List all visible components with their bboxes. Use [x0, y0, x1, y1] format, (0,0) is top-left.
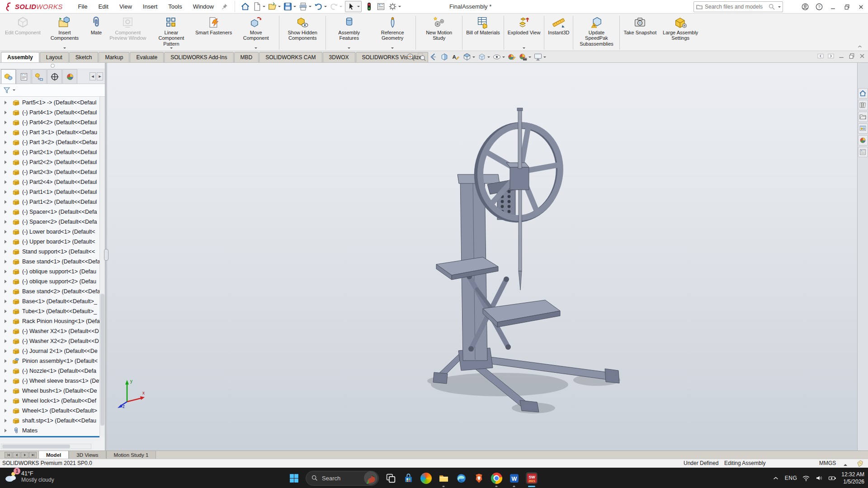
edit-appearance-button[interactable] [506, 52, 517, 62]
panel-tab-displaymanager[interactable] [62, 69, 77, 84]
tray-chevron-up-icon[interactable] [772, 474, 780, 482]
tree-item[interactable]: Wheel lock<1> (Default<<Def [0, 396, 99, 406]
expand-arrow-icon[interactable] [5, 250, 9, 253]
tab-nav-first-button[interactable] [5, 452, 12, 458]
open-button[interactable] [267, 1, 282, 12]
taskbar-file-explorer-button[interactable] [438, 472, 449, 484]
viewport-3d[interactable]: y x z [107, 63, 857, 450]
tree-item[interactable]: Wheel bush<1> (Default<<De [0, 386, 99, 396]
units-label[interactable]: MMGS [819, 460, 836, 466]
ribbon-dropdown-icon[interactable] [348, 47, 350, 50]
panel-tab-scroll-right[interactable]: ► [97, 72, 103, 80]
battery-icon[interactable] [828, 474, 836, 482]
expand-arrow-icon[interactable] [5, 260, 9, 263]
doc-close-button[interactable] [859, 52, 866, 61]
tree-item[interactable]: Pinion assembly<1> (Default< [0, 356, 99, 366]
ribbon-dropdown-icon[interactable] [63, 47, 66, 50]
ribbon-dropdown-icon[interactable] [255, 47, 257, 50]
display-style-dropdown-icon[interactable] [487, 56, 490, 59]
menu-file[interactable]: File [73, 1, 93, 12]
section-view-button[interactable] [439, 52, 450, 62]
clock[interactable]: 12:32 AM 1/5/2026 [841, 471, 864, 485]
tab-layout[interactable]: Layout [40, 52, 69, 62]
tree-item[interactable]: (-) Part1<2> (Default<<Defaul [0, 197, 99, 207]
tree-item[interactable]: (-) Spacer<2> (Default<<Defa [0, 217, 99, 227]
expand-arrow-icon[interactable] [5, 141, 9, 144]
tree-item[interactable]: Base stand<1> (Default<<Defa [0, 257, 99, 267]
panel-tab-featuremanager-design-tree[interactable] [1, 69, 16, 84]
taskpane-view-palette-button[interactable] [858, 123, 868, 134]
tab-nav-next-button[interactable] [21, 452, 28, 458]
expand-arrow-icon[interactable] [5, 329, 9, 333]
ribbon-move-component-button[interactable]: Move Component [234, 15, 278, 51]
expand-arrow-icon[interactable] [5, 230, 9, 234]
expand-arrow-icon[interactable] [5, 210, 9, 214]
expand-arrow-icon[interactable] [5, 359, 9, 363]
taskpane-design-library-button[interactable] [858, 100, 868, 110]
minimize-button[interactable] [826, 0, 840, 14]
tab-markup[interactable]: Markup [99, 52, 129, 62]
ribbon-take-snapshot-button[interactable]: Take Snapshot [621, 15, 659, 51]
tree-item[interactable]: (-) Wheel sleeve brass<1> (Def [0, 376, 99, 386]
menu-tools[interactable]: Tools [163, 1, 187, 12]
start-button[interactable] [288, 472, 300, 484]
ribbon-instant3d-button[interactable]: Instant3D [546, 15, 571, 51]
filter-funnel-icon[interactable] [3, 86, 11, 94]
filter-dropdown-icon[interactable] [13, 89, 15, 92]
help-button[interactable]: ? [812, 0, 826, 14]
tree-item[interactable]: (-) Part2<3> (Default<<Defaul [0, 167, 99, 177]
expand-arrow-icon[interactable] [5, 121, 9, 124]
tree-item[interactable]: (-) Spacer<1> (Default<<Defa [0, 207, 99, 217]
ribbon-linear-pattern-button[interactable]: Linear Component Pattern [150, 15, 193, 51]
ribbon-dropdown-icon[interactable] [391, 47, 394, 50]
doc-next-button[interactable] [827, 52, 835, 61]
tree-item[interactable]: (-) Journal 2<1> (Default<<De [0, 346, 99, 356]
expand-arrow-icon[interactable] [5, 379, 9, 383]
expand-arrow-icon[interactable] [5, 131, 9, 134]
expand-arrow-icon[interactable] [5, 290, 9, 293]
expand-arrow-icon[interactable] [5, 220, 9, 224]
tree-item[interactable]: (-) Washer X2<1> (Default<<D [0, 326, 99, 336]
expand-arrow-icon[interactable] [5, 101, 9, 104]
ribbon-mate-button[interactable]: Mate [86, 15, 106, 51]
taskbar-microsoft-store-button[interactable] [402, 472, 414, 484]
select-button[interactable] [345, 1, 362, 12]
view-orientation-dropdown-icon[interactable] [472, 56, 475, 59]
ribbon-insert-components-button[interactable]: Insert Components [43, 15, 86, 51]
previous-view-button[interactable] [428, 52, 439, 62]
search-input[interactable] [705, 4, 766, 10]
expand-arrow-icon[interactable] [5, 389, 9, 393]
collapse-ribbon-icon[interactable] [856, 44, 863, 49]
panel-splitter[interactable] [105, 63, 107, 450]
taskpane-appearances-scenes-button[interactable] [858, 135, 868, 145]
expand-arrow-icon[interactable] [5, 150, 9, 154]
panel-splitter-handle[interactable] [104, 249, 108, 261]
menu-window[interactable]: Window [188, 1, 219, 12]
tree-item[interactable]: (-) Part 3<1> (Default<<Defau [0, 127, 99, 137]
view-orientation-button[interactable] [462, 52, 476, 62]
tree-item[interactable]: (-) Washer X2<2> (Default<<D [0, 336, 99, 346]
undo-button[interactable] [313, 1, 328, 12]
volume-icon[interactable] [815, 474, 823, 482]
redo-dropdown-icon[interactable] [340, 6, 342, 9]
tree-rollback-bar[interactable] [0, 436, 99, 437]
taskbar-brave-button[interactable] [473, 472, 485, 484]
tree-item[interactable]: (-) Part4<2> (Default<<Defaul [0, 117, 99, 127]
tree-scrollbar-thumb[interactable] [100, 294, 104, 426]
language-indicator[interactable]: ENG [785, 475, 797, 481]
tree-item[interactable]: Base<1> (Default<<Default>_ [0, 296, 99, 306]
ribbon-smart-fasteners-button[interactable]: Smart Fasteners [193, 15, 234, 51]
zoom-area-button[interactable] [416, 52, 427, 62]
expand-arrow-icon[interactable] [5, 240, 9, 244]
tree-item[interactable]: Mates [0, 426, 99, 436]
tree-item[interactable]: (-) Part1<1> (Default<<Defaul [0, 187, 99, 197]
status-tag-icon[interactable] [856, 460, 864, 467]
new-document-button[interactable] [251, 1, 266, 12]
undo-dropdown-icon[interactable] [324, 6, 327, 9]
display-style-button[interactable] [476, 52, 491, 62]
tree-item[interactable]: Base stand<2> (Default<<Defa [0, 286, 99, 296]
taskbar-word-button[interactable]: W [508, 472, 520, 484]
upper-platform[interactable] [436, 257, 498, 280]
taskbar-edge-button[interactable] [455, 472, 467, 484]
file-search[interactable] [693, 1, 783, 12]
